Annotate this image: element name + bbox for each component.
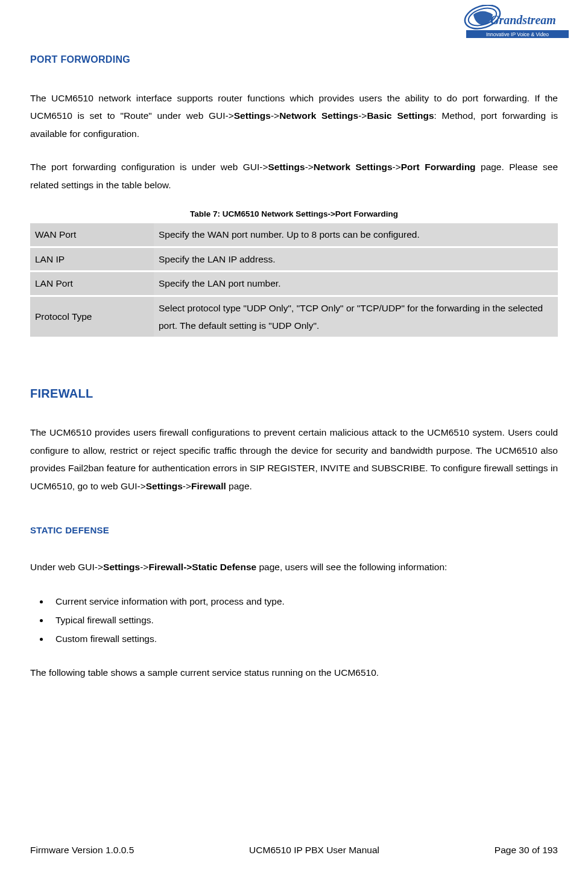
- page-content: PORT FORWORDING The UCM6510 network inte…: [30, 12, 558, 681]
- list-item: Typical firewall settings.: [49, 611, 558, 629]
- heading-port-forwording: PORT FORWORDING: [30, 54, 558, 65]
- bullet-list: Current service information with port, p…: [49, 592, 558, 648]
- text-bold: Settings: [268, 162, 305, 172]
- text-bold: Settings: [103, 562, 140, 572]
- list-item: Custom firewall settings.: [49, 629, 558, 648]
- footer-center: UCM6510 IP PBX User Manual: [249, 845, 379, 856]
- para-pf-2: The port forwarding configuration is und…: [30, 158, 558, 194]
- text-bold: Network Settings: [279, 110, 358, 121]
- para-pf-1: The UCM6510 network interface supports r…: [30, 89, 558, 142]
- text-bold: Settings: [146, 481, 183, 491]
- logo-brand-text: Grandstream: [490, 13, 556, 27]
- text: ->: [271, 110, 279, 121]
- table-port-forwarding: WAN Port Specify the WAN port number. Up…: [30, 221, 558, 339]
- page-footer: Firmware Version 1.0.0.5 UCM6510 IP PBX …: [30, 845, 558, 856]
- text: The UCM6510 provides users firewall conf…: [30, 427, 558, 491]
- text: ->: [358, 110, 367, 121]
- text: page.: [226, 481, 252, 491]
- heading-firewall: FIREWALL: [30, 387, 558, 401]
- logo-tagline-text: Innovative IP Voice & Video: [486, 31, 549, 37]
- table-cell-label: WAN Port: [30, 223, 154, 246]
- text: ->: [140, 562, 148, 572]
- text-bold: Firewall: [191, 481, 226, 491]
- text: ->: [305, 162, 314, 172]
- brand-logo: Grandstream Innovative IP Voice & Video: [461, 5, 570, 41]
- text-bold: Network Settings: [314, 162, 393, 172]
- table-caption: Table 7: UCM6510 Network Settings->Port …: [30, 209, 558, 218]
- text: page, users will see the following infor…: [256, 562, 447, 572]
- footer-left: Firmware Version 1.0.0.5: [30, 845, 134, 856]
- table-cell-desc: Select protocol type "UDP Only", "TCP On…: [154, 297, 558, 337]
- heading-static-defense: STATIC DEFENSE: [30, 525, 558, 535]
- text-bold: Basic Settings: [367, 110, 434, 121]
- text-bold: Port Forwarding: [401, 162, 476, 172]
- table-row: LAN Port Specify the LAN port number.: [30, 272, 558, 294]
- text-bold: Firewall->Static Defense: [148, 562, 256, 572]
- table-cell-label: LAN IP: [30, 248, 154, 270]
- para-sd-1: Under web GUI->Settings->Firewall->Stati…: [30, 558, 558, 576]
- table-row: WAN Port Specify the WAN port number. Up…: [30, 223, 558, 246]
- text-bold: Settings: [234, 110, 271, 121]
- footer-right: Page 30 of 193: [495, 845, 558, 856]
- table-cell-desc: Specify the WAN port number. Up to 8 por…: [154, 223, 558, 246]
- para-fw-1: The UCM6510 provides users firewall conf…: [30, 424, 558, 495]
- para-sd-2: The following table shows a sample curre…: [30, 664, 558, 681]
- text: ->: [183, 481, 191, 491]
- list-item: Current service information with port, p…: [49, 592, 558, 611]
- text: The port forwarding configuration is und…: [30, 162, 268, 172]
- table-cell-label: Protocol Type: [30, 297, 154, 337]
- table-cell-desc: Specify the LAN IP address.: [154, 248, 558, 270]
- text: Under web GUI->: [30, 562, 103, 572]
- table-row: LAN IP Specify the LAN IP address.: [30, 248, 558, 270]
- table-cell-desc: Specify the LAN port number.: [154, 272, 558, 294]
- table-row: Protocol Type Select protocol type "UDP …: [30, 297, 558, 337]
- table-cell-label: LAN Port: [30, 272, 154, 294]
- text: ->: [393, 162, 401, 172]
